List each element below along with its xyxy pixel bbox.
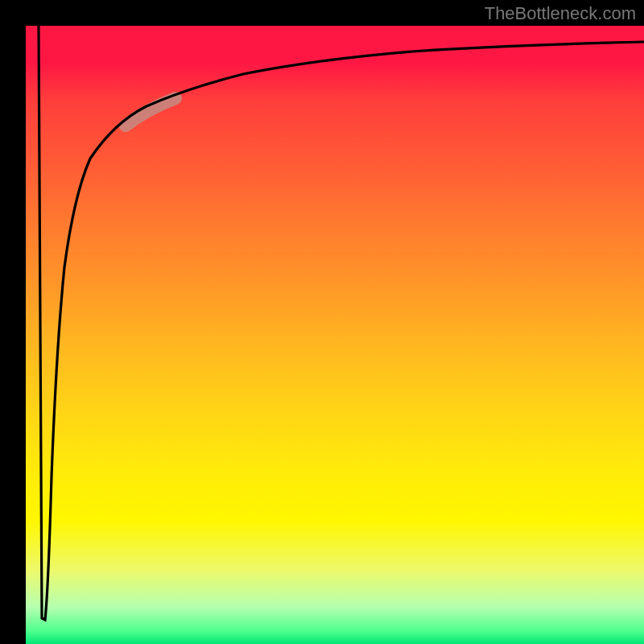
chart-plot-area: [26, 26, 644, 644]
watermark-text: TheBottleneck.com: [485, 3, 636, 24]
curve-layer: [26, 26, 644, 644]
highlight-segment: [126, 98, 175, 126]
